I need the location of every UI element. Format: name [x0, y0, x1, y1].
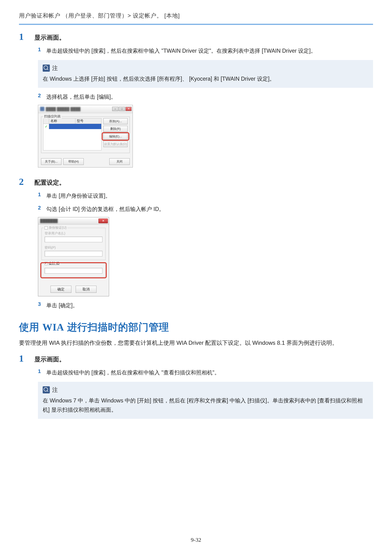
dialog2-title-text: ███████	[40, 219, 58, 223]
maximize-button[interactable]: □	[119, 107, 125, 111]
note-icon	[43, 65, 50, 72]
edit-button[interactable]: 编辑(E)...	[103, 133, 128, 139]
dialog-title-text: ████ █████ ████	[46, 107, 81, 111]
twain-driver-dialog: ████ █████ ████ – □ ✕ 扫描仪列表 名称 型号	[38, 105, 133, 168]
check-icon: ✓	[43, 124, 49, 129]
dialog2-titlebar: ███████ ✕	[38, 217, 109, 225]
account-id-input[interactable]	[45, 268, 102, 274]
note-body-2: 在 Windows 7 中，单击 Windows 中的 [开始] 按钮，然后在 …	[43, 396, 368, 415]
step-2-sub-3-text: 单击 [确定]。	[46, 301, 373, 310]
delete-button[interactable]: 删除(R)	[103, 126, 128, 132]
breadcrumb: 用户验证和帐户 （用户登录、部门管理）> 设定帐户。 [本地]	[19, 12, 373, 19]
col-name[interactable]: 名称	[49, 118, 75, 124]
login-user-label: 登录用户名(L)	[45, 231, 102, 236]
note-icon	[43, 386, 50, 394]
account-id-checkbox[interactable]	[45, 262, 48, 265]
add-button[interactable]: 添加(A)...	[103, 118, 128, 124]
step-1-sub-1-number: 1	[38, 46, 46, 53]
note-label: 注	[52, 64, 58, 72]
step-2-sub-1-text: 单击 [用户身份验证设置]。	[46, 191, 373, 200]
step-1-sub-2-number: 2	[38, 93, 46, 99]
step-1-sub-1-text: 单击超级按钮中的 [搜索]，然后在搜索框中输入 "TWAIN Driver 设定…	[46, 46, 373, 55]
step-1-number: 1	[19, 32, 34, 42]
login-user-input[interactable]	[45, 237, 102, 242]
auth-legend: 身份验证(U)	[49, 226, 66, 230]
heading-post: 进行扫描时的部门管理	[64, 321, 169, 333]
dialog2-close-button[interactable]: ✕	[98, 219, 108, 223]
app-icon	[40, 107, 44, 111]
dialog-titlebar: ████ █████ ████ – □ ✕	[38, 105, 133, 113]
step-3-sub-1-text: 单击超级按钮中的 [搜索]，然后在搜索框中输入 "查看扫描仪和照相机"。	[46, 368, 373, 377]
step-1-title: 显示画面。	[34, 32, 65, 42]
cancel-button[interactable]: 取消	[76, 286, 97, 293]
set-default-button[interactable]: 设置为默认值(D)	[103, 141, 128, 147]
ok-button[interactable]: 确定	[50, 286, 71, 293]
note-body-1: 在 Windows 上选择 [开始] 按钮，然后依次选择 [所有程序]、 [Ky…	[43, 74, 368, 84]
scanner-row-selected[interactable]: ✓	[43, 124, 101, 129]
col-model[interactable]: 型号	[75, 118, 101, 124]
step-1-sub-2-text: 选择机器，然后单击 [编辑]。	[46, 93, 373, 101]
auth-checkbox[interactable]	[45, 226, 48, 229]
auth-settings-dialog: ███████ ✕ 身份验证(U) 登录用户名(L) 密码(P) 会计 ID	[38, 217, 109, 296]
step-3-title: 显示画面。	[34, 354, 65, 364]
close-dialog-button[interactable]: 关闭	[109, 158, 130, 165]
section-heading-wia: 使用 WIA 进行扫描时的部门管理	[19, 321, 373, 334]
step-3-sub-1-number: 1	[38, 368, 46, 374]
password-input[interactable]	[45, 251, 102, 256]
note-box-1: 注 在 Windows 上选择 [开始] 按钮，然后依次选择 [所有程序]、 […	[38, 60, 373, 88]
wia-intro-text: 要管理使用 WIA 执行扫描的作业份数，您需要在计算机上使用 WIA Drive…	[19, 338, 373, 348]
minimize-button[interactable]: –	[112, 107, 118, 111]
step-2-sub-1-number: 1	[38, 191, 46, 198]
step-2-number: 2	[19, 177, 34, 187]
step-2-title: 配置设定。	[34, 177, 65, 187]
step-2-sub-3-number: 3	[38, 301, 46, 307]
header-divider	[19, 24, 373, 25]
col-check	[43, 118, 49, 124]
scanner-list-empty-area	[43, 129, 101, 150]
account-id-legend: 会计 ID	[49, 261, 59, 265]
scanner-list-legend: 扫描仪列表	[43, 114, 62, 119]
about-button[interactable]: 关于(B)...	[41, 158, 61, 165]
close-button[interactable]: ✕	[125, 107, 132, 111]
heading-latin: WIA	[43, 322, 64, 333]
step-3-number: 1	[19, 354, 34, 363]
heading-pre: 使用	[19, 321, 43, 333]
step-2-sub-2-text: 勾选 [会计 ID] 旁边的复选框，然后输入帐户 ID。	[46, 205, 373, 213]
step-2-sub-2-number: 2	[38, 205, 46, 211]
password-label: 密码(P)	[45, 246, 102, 250]
note-box-2: 注 在 Windows 7 中，单击 Windows 中的 [开始] 按钮，然后…	[38, 382, 373, 419]
help-button[interactable]: 帮助(H)	[63, 158, 84, 165]
note-label-2: 注	[52, 386, 58, 394]
page-number: 9-32	[0, 537, 392, 543]
